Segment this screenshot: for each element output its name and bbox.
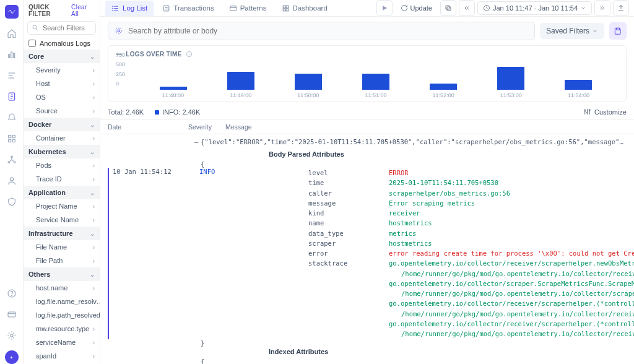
filter-item[interactable]: serviceName› (24, 336, 100, 349)
security-icon[interactable] (6, 196, 18, 208)
search-input[interactable] (128, 27, 528, 35)
settings-icon[interactable] (6, 329, 18, 342)
filter-item[interactable]: Severity› (24, 63, 100, 77)
filter-group[interactable]: Others⌄ (24, 267, 100, 281)
filter-item[interactable]: host.name› (24, 281, 100, 295)
svg-rect-11 (12, 136, 15, 138)
filter-item[interactable]: Project Name› (24, 199, 100, 213)
filter-item[interactable]: Host› (24, 77, 100, 90)
upload-icon (617, 4, 625, 12)
caret-down-icon[interactable]: — (194, 138, 198, 145)
svg-point-15 (8, 162, 10, 163)
x-tick: 11:50:00 (297, 92, 319, 98)
filter-item[interactable]: log.file.name_resolv…› (24, 295, 100, 308)
filter-group[interactable]: Application⌄ (24, 186, 100, 199)
saved-filters-button[interactable]: Saved Filters (540, 23, 604, 39)
filter-item[interactable]: mw.resource.type› (24, 322, 100, 336)
filter-item[interactable]: spanId› (24, 349, 100, 363)
svg-point-28 (113, 6, 113, 6)
filter-group[interactable]: Core⌄ (24, 50, 100, 63)
chevron-right-icon: › (93, 94, 95, 101)
filter-search-input[interactable] (43, 24, 92, 32)
filter-group[interactable]: Infrastructure⌄ (24, 227, 100, 240)
log-timestamp: 10 Jan 11:54:12 (108, 168, 194, 339)
home-icon[interactable] (6, 27, 18, 40)
avatar[interactable]: • (5, 350, 19, 364)
filter-group[interactable]: Kubernetes⌄ (24, 145, 100, 158)
search-icon (32, 24, 39, 32)
bar[interactable] (295, 74, 322, 90)
anomalous-checkbox[interactable]: Anomalous Logs (24, 37, 100, 50)
play-button[interactable] (376, 0, 393, 16)
filter-search[interactable] (27, 21, 96, 35)
bar[interactable] (362, 74, 389, 90)
tab-dashboard[interactable]: Dashboard (276, 1, 334, 16)
save-filter-button[interactable] (609, 22, 627, 40)
tab-patterns[interactable]: Patterns (223, 1, 273, 16)
filter-item[interactable]: Source› (24, 104, 100, 118)
filter-item[interactable]: log.file.path_resolved› (24, 308, 100, 322)
filter-item[interactable]: File Name› (24, 240, 100, 254)
x-tick: 11:53:00 (500, 92, 522, 98)
filter-item[interactable]: Trace ID› (24, 172, 100, 186)
info-icon[interactable] (186, 51, 193, 58)
timerange-picker[interactable]: Jan 10 11:47 - Jan 10 11:54 (477, 1, 592, 15)
search-box[interactable] (108, 22, 535, 40)
chevron-down-icon: ⌄ (90, 53, 95, 60)
tab-log-list[interactable]: Log List (105, 1, 154, 16)
svg-rect-46 (617, 28, 620, 30)
traces-icon[interactable] (6, 69, 18, 82)
nav-forward-button[interactable] (594, 0, 610, 16)
billing-icon[interactable] (6, 308, 18, 321)
bar-chart[interactable]: 0250500750 11:48:0011:49:0011:50:0011:51… (116, 61, 619, 98)
services-icon[interactable] (6, 154, 18, 166)
bar[interactable] (565, 80, 592, 90)
grid-icon[interactable] (6, 132, 18, 145)
svg-rect-10 (8, 136, 11, 138)
filter-item[interactable]: Service Name› (24, 213, 100, 227)
bar[interactable] (227, 72, 254, 90)
refresh-icon (401, 4, 408, 12)
customize-button[interactable]: Customize (583, 108, 627, 116)
topbar: Log List Transactions Patterns Dashboard… (100, 0, 634, 17)
svg-rect-41 (447, 7, 451, 11)
filter-item[interactable]: Container› (24, 131, 100, 145)
x-tick: 11:48:00 (162, 92, 184, 98)
rum-icon[interactable] (6, 175, 18, 187)
filter-item[interactable]: OS› (24, 90, 100, 104)
attr-row: messageError scraping metrics (308, 198, 634, 208)
alerts-icon[interactable] (6, 111, 18, 124)
chevrons-left-icon (463, 4, 471, 12)
help-icon[interactable] (6, 287, 18, 300)
chevron-down-icon: ⌄ (90, 189, 95, 196)
export-button[interactable] (613, 0, 629, 16)
svg-rect-31 (163, 6, 169, 11)
update-button[interactable]: Update (395, 1, 438, 15)
filter-group[interactable]: Docker⌄ (24, 118, 100, 131)
svg-point-53 (584, 110, 586, 111)
clear-all-link[interactable]: Clear All (71, 4, 95, 17)
filter-item[interactable]: Pods› (24, 158, 100, 172)
attr-row: namehostmetrics (308, 218, 634, 228)
th-message[interactable]: Message (225, 123, 627, 131)
save-icon (614, 27, 622, 35)
nav-back-button[interactable] (459, 0, 475, 16)
app-logo[interactable] (5, 5, 19, 19)
chevron-down-icon (580, 5, 586, 11)
logs-icon[interactable] (6, 90, 18, 103)
filter-sidebar: QUICK FILTER Clear All Anomalous Logs Co… (24, 0, 100, 364)
metrics-icon[interactable] (6, 48, 18, 61)
filter-item[interactable]: File Path› (24, 254, 100, 267)
bar[interactable] (430, 84, 457, 90)
bar[interactable] (160, 87, 187, 90)
raw-message[interactable]: — {"level":"ERROR","time":"2025-01-10T11… (108, 137, 627, 149)
y-tick: 250 (116, 71, 125, 77)
chevron-right-icon: › (93, 203, 95, 210)
th-severity[interactable]: Severity (188, 123, 225, 131)
copy-button[interactable] (440, 0, 456, 16)
bar[interactable] (497, 67, 524, 90)
svg-rect-20 (8, 312, 15, 317)
tab-transactions[interactable]: Transactions (156, 1, 220, 16)
th-date[interactable]: Date (108, 123, 188, 131)
svg-rect-13 (12, 139, 15, 142)
